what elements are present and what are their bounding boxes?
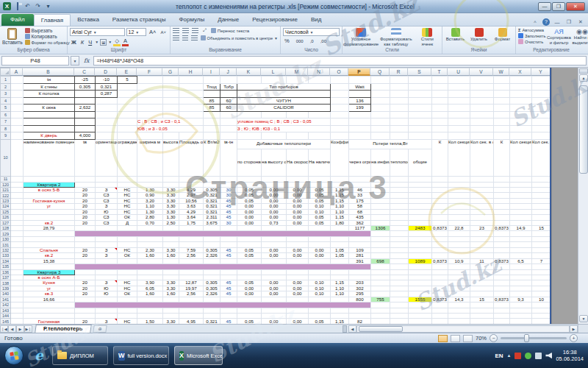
cell-W143[interactable] bbox=[494, 308, 510, 313]
cell-V6[interactable] bbox=[470, 111, 494, 118]
header-group-P[interactable]: Потери тепла,Вт bbox=[349, 139, 432, 149]
cell-B123[interactable]: Гостиная-кухня bbox=[24, 198, 75, 203]
tray-clock[interactable]: 16:38 05.06.2014 bbox=[556, 349, 584, 362]
cell-U120[interactable] bbox=[448, 182, 470, 187]
row-header-120[interactable]: 120 bbox=[1, 182, 11, 187]
page-layout-view-icon[interactable] bbox=[451, 335, 460, 342]
maximize-button[interactable]: ❐ bbox=[552, 2, 565, 11]
cell-S3[interactable] bbox=[409, 91, 432, 98]
cell-F143[interactable] bbox=[137, 308, 163, 313]
cell-V140[interactable] bbox=[470, 291, 494, 297]
zoom-out-icon[interactable]: − bbox=[490, 334, 498, 342]
cell-V5[interactable] bbox=[470, 105, 494, 112]
cell-O8[interactable] bbox=[331, 125, 349, 132]
cell-T11[interactable] bbox=[432, 176, 448, 182]
cell-K4[interactable]: ЧУГУН bbox=[237, 97, 331, 105]
cell-U122[interactable] bbox=[448, 193, 470, 198]
cell-P134[interactable]: 391 bbox=[349, 258, 371, 263]
cell-J136[interactable] bbox=[220, 269, 237, 275]
cell-A3[interactable] bbox=[11, 91, 24, 98]
cell-O121[interactable]: 1,15 bbox=[331, 187, 349, 192]
cell-S133[interactable] bbox=[409, 253, 432, 258]
cell-U126[interactable] bbox=[448, 215, 470, 220]
cell-V123[interactable] bbox=[470, 198, 494, 203]
cell-W136[interactable] bbox=[494, 269, 510, 275]
cell-Y121[interactable] bbox=[532, 187, 551, 192]
cell-Y2[interactable] bbox=[532, 83, 551, 91]
cell-T143[interactable] bbox=[432, 308, 448, 313]
cell-T139[interactable] bbox=[432, 286, 448, 291]
cell-X143[interactable] bbox=[510, 308, 532, 313]
cell-W122[interactable] bbox=[494, 193, 510, 198]
cell-Q142[interactable] bbox=[371, 302, 390, 308]
cell-R142[interactable] bbox=[390, 302, 409, 308]
cell-H124[interactable]: 3,63 bbox=[179, 204, 204, 209]
cell-O138[interactable]: 1,15 bbox=[331, 280, 349, 286]
cell-D130[interactable] bbox=[96, 236, 118, 241]
cell-A143[interactable] bbox=[11, 308, 24, 313]
row-header-140[interactable]: 140 bbox=[1, 291, 11, 297]
cell-F130[interactable] bbox=[137, 236, 163, 241]
cell-U11[interactable] bbox=[448, 176, 470, 182]
cell-H140[interactable]: 2,56 bbox=[179, 291, 204, 297]
cell-E120[interactable] bbox=[118, 182, 137, 187]
cell-Q127[interactable] bbox=[371, 220, 390, 225]
cell-Y122[interactable] bbox=[532, 193, 551, 198]
row-header-125[interactable]: 125 bbox=[1, 209, 11, 214]
cell-R2[interactable] bbox=[390, 83, 409, 91]
cell-O143[interactable] bbox=[331, 308, 349, 313]
cell-V11[interactable] bbox=[470, 176, 494, 182]
cell-V138[interactable] bbox=[470, 280, 494, 286]
cell-Y7[interactable] bbox=[532, 118, 551, 126]
cell-H122[interactable]: 2,97 bbox=[179, 193, 204, 198]
cell-D134[interactable] bbox=[96, 258, 118, 263]
row-header-124[interactable]: 124 bbox=[1, 204, 11, 209]
header-O[interactable]: Коэффициент (1+К),% bbox=[331, 139, 349, 176]
header-Y[interactable]: Кол сек. в сист отоп bbox=[532, 139, 551, 176]
cell-J130[interactable] bbox=[220, 236, 237, 241]
cell-O11[interactable] bbox=[331, 176, 349, 182]
cell-A130[interactable] bbox=[11, 236, 24, 241]
cell-C127[interactable]: 20 bbox=[75, 220, 96, 225]
cell-Q9[interactable] bbox=[371, 132, 390, 140]
cell-A124[interactable] bbox=[11, 204, 24, 209]
cell-C138[interactable]: 20 bbox=[75, 280, 96, 286]
cell-K138[interactable]: 0,05 bbox=[237, 280, 262, 286]
cell-K140[interactable]: 0,00 bbox=[237, 291, 262, 297]
cell-S4[interactable] bbox=[409, 97, 432, 105]
cell-A145[interactable] bbox=[11, 319, 24, 324]
cell-O7[interactable] bbox=[331, 118, 349, 126]
cell-R145[interactable] bbox=[390, 319, 409, 324]
cell-T121[interactable] bbox=[432, 187, 448, 192]
cell-B143[interactable] bbox=[24, 308, 75, 313]
cell-W1[interactable] bbox=[494, 77, 510, 84]
cell-D137[interactable] bbox=[96, 275, 118, 280]
cell-W121[interactable] bbox=[494, 187, 510, 192]
cell-L143[interactable] bbox=[262, 308, 287, 313]
cell-X124[interactable] bbox=[510, 204, 532, 209]
cell-E137[interactable] bbox=[118, 275, 137, 280]
cell-U135[interactable] bbox=[448, 264, 470, 269]
cell-M134[interactable] bbox=[287, 258, 309, 263]
cell-C130[interactable] bbox=[75, 236, 96, 241]
cell-B1[interactable]: tн bbox=[24, 77, 75, 84]
cell-R8[interactable] bbox=[390, 125, 409, 132]
cell-B139[interactable]: уг bbox=[24, 286, 75, 291]
cell-J144[interactable] bbox=[220, 314, 237, 319]
name-box-dropdown-icon[interactable]: ▼ bbox=[71, 56, 79, 66]
cell-E144[interactable] bbox=[118, 314, 137, 319]
cell-D128[interactable] bbox=[96, 226, 118, 231]
cell-D127[interactable]: СЗ bbox=[96, 220, 118, 225]
cell-I3[interactable] bbox=[204, 91, 220, 98]
cell-I130[interactable] bbox=[204, 236, 220, 241]
cell-Y136[interactable] bbox=[532, 269, 551, 275]
cell-K130[interactable] bbox=[237, 236, 262, 241]
minimize-button[interactable]: — bbox=[538, 2, 551, 11]
cell-K7[interactable]: угловое помещ С ; В ; СВ ; СЗ - 0,05 bbox=[237, 118, 331, 126]
merge-center-button[interactable]: Объединить и поместить в центре▼ bbox=[201, 35, 278, 40]
cell-Y133[interactable] bbox=[532, 253, 551, 258]
cell-M126[interactable]: 0,00 bbox=[287, 215, 309, 220]
cell-W142[interactable] bbox=[494, 302, 510, 308]
cell-P140[interactable]: 295 bbox=[349, 291, 371, 297]
cell-X141[interactable]: 9,3 bbox=[510, 297, 532, 302]
